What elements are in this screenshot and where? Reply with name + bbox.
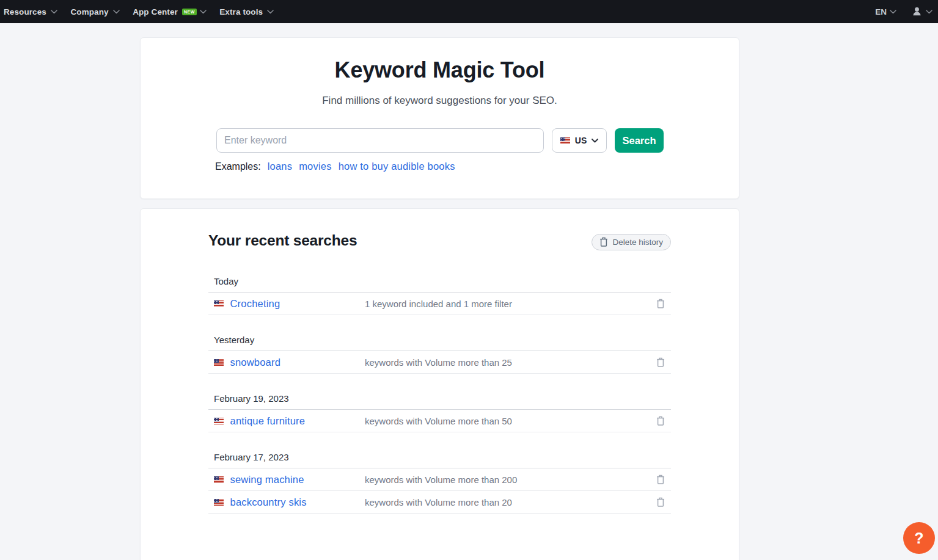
language-label: EN	[875, 7, 887, 16]
user-menu[interactable]	[912, 7, 933, 16]
chevron-down-icon	[890, 10, 896, 14]
search-filters-description: 1 keyword included and 1 more filter	[365, 299, 512, 309]
recent-search-group: Today Crocheting 1 keyword included and …	[208, 256, 671, 315]
top-navbar: ResourcesCompanyApp CenterNEWExtra tools…	[0, 0, 938, 23]
recent-search-group: Yesterday snowboard keywords with Volume…	[208, 315, 671, 374]
nav-item-label: Company	[70, 7, 108, 16]
recent-search-row: antique furniture keywords with Volume m…	[208, 410, 671, 432]
navbar-menu: ResourcesCompanyApp CenterNEWExtra tools	[4, 7, 287, 16]
recent-searches-card: Your recent searches Delete history Toda…	[140, 208, 739, 560]
search-filters-description: keywords with Volume more than 20	[365, 497, 512, 507]
chevron-down-icon	[267, 10, 274, 14]
nav-item-label: Extra tools	[219, 7, 263, 16]
delete-row-trash-icon[interactable]	[656, 497, 665, 507]
recent-search-row: sewing machine keywords with Volume more…	[208, 468, 671, 491]
search-filters-description: keywords with Volume more than 25	[365, 357, 512, 368]
keyword-magic-tool-card: Keyword Magic Tool Find millions of keyw…	[140, 37, 739, 199]
user-avatar-icon	[912, 7, 922, 16]
example-link[interactable]: movies	[299, 161, 331, 172]
chevron-down-icon	[51, 10, 57, 14]
chevron-down-icon	[200, 10, 207, 14]
us-flag-icon	[214, 359, 224, 366]
us-flag-icon	[214, 476, 224, 483]
recent-search-row: Crocheting 1 keyword included and 1 more…	[208, 293, 671, 315]
us-flag-icon	[214, 300, 224, 307]
us-flag-icon	[214, 418, 224, 424]
us-flag-icon	[560, 137, 570, 144]
search-filters-description: keywords with Volume more than 50	[365, 416, 512, 426]
keyword-link[interactable]: backcountry skis	[230, 496, 307, 508]
delete-row-trash-icon[interactable]	[656, 475, 665, 484]
example-link[interactable]: how to buy audible books	[339, 161, 455, 172]
keyword-link[interactable]: snowboard	[230, 357, 281, 368]
database-select-button[interactable]: US	[552, 128, 607, 153]
nav-item-label: App Center	[133, 7, 178, 16]
database-label: US	[575, 136, 587, 145]
chevron-down-icon	[113, 10, 120, 14]
chevron-down-icon	[926, 10, 933, 14]
trash-icon	[599, 237, 608, 247]
recent-searches-header: Your recent searches Delete history	[208, 227, 671, 256]
recent-searches-title: Your recent searches	[208, 232, 357, 249]
delete-row-trash-icon[interactable]	[656, 299, 665, 308]
keyword-input[interactable]	[216, 128, 544, 153]
examples-label: Examples:	[215, 161, 261, 172]
chevron-down-icon	[592, 139, 598, 143]
keyword-link[interactable]: Crocheting	[230, 298, 280, 310]
recent-searches-list: Today Crocheting 1 keyword included and …	[208, 256, 671, 514]
example-link[interactable]: loans	[268, 161, 292, 172]
nav-item-app-center[interactable]: App CenterNEW	[133, 7, 207, 16]
nav-item-resources[interactable]: Resources	[4, 7, 57, 16]
group-date-label: February 17, 2023	[208, 451, 671, 468]
page-title: Keyword Magic Tool	[141, 58, 739, 82]
nav-item-extra-tools[interactable]: Extra tools	[219, 7, 274, 16]
recent-search-row: backcountry skis keywords with Volume mo…	[208, 491, 671, 514]
delete-history-button[interactable]: Delete history	[592, 234, 671, 250]
main-content: Keyword Magic Tool Find millions of keyw…	[140, 37, 739, 560]
search-row: US Search	[216, 128, 664, 153]
delete-history-label: Delete history	[612, 238, 663, 247]
search-button[interactable]: Search	[615, 128, 664, 153]
question-mark-label: ?	[914, 529, 923, 547]
recent-search-row: snowboard keywords with Volume more than…	[208, 351, 671, 374]
examples-row: Examples: loansmovieshow to buy audible …	[215, 161, 739, 172]
delete-row-trash-icon[interactable]	[656, 416, 665, 426]
group-date-label: Today	[208, 275, 671, 293]
help-button[interactable]: ?	[903, 522, 935, 554]
group-date-label: February 19, 2023	[208, 393, 671, 410]
group-date-label: Yesterday	[208, 334, 671, 351]
nav-item-company[interactable]: Company	[70, 7, 119, 16]
search-filters-description: keywords with Volume more than 200	[365, 475, 517, 485]
navbar-right: EN	[875, 7, 933, 16]
language-menu[interactable]: EN	[875, 7, 896, 16]
recent-search-group: February 19, 2023 antique furniture keyw…	[208, 374, 671, 432]
keyword-link[interactable]: antique furniture	[230, 415, 306, 427]
new-badge: NEW	[182, 9, 197, 15]
recent-search-group: February 17, 2023 sewing machine keyword…	[208, 432, 671, 514]
nav-item-label: Resources	[4, 7, 46, 16]
keyword-link[interactable]: sewing machine	[230, 474, 304, 485]
delete-row-trash-icon[interactable]	[656, 357, 665, 367]
page-subtitle: Find millions of keyword suggestions for…	[141, 94, 739, 107]
us-flag-icon	[214, 499, 224, 506]
